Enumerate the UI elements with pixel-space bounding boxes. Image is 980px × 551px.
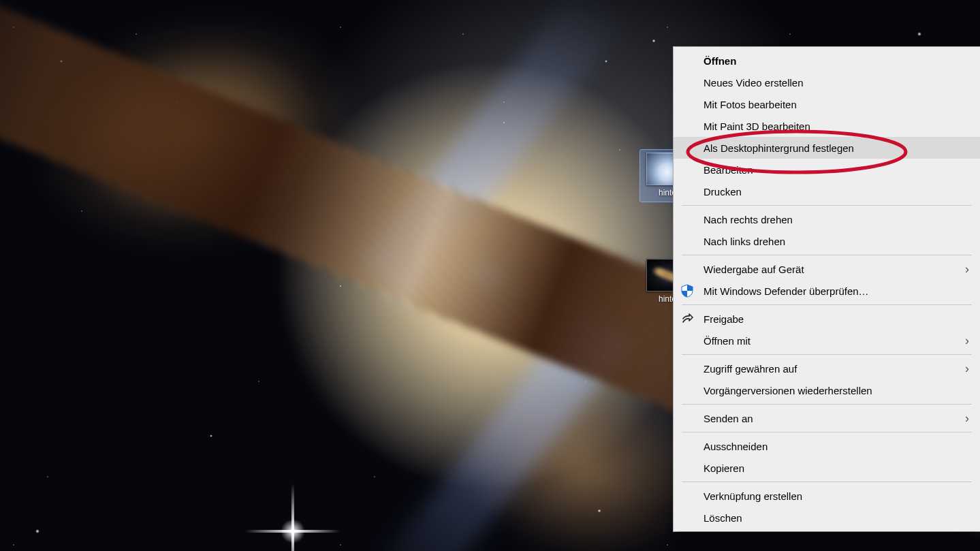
ctx-open[interactable]: Öffnen bbox=[674, 50, 980, 72]
chevron-right-icon: › bbox=[965, 334, 969, 348]
chevron-right-icon: › bbox=[965, 262, 969, 277]
ctx-label: Verknüpfung erstellen bbox=[704, 490, 969, 502]
ctx-print[interactable]: Drucken bbox=[674, 180, 980, 202]
ctx-label: Bearbeiten bbox=[704, 164, 969, 176]
ctx-label: Ausschneiden bbox=[704, 441, 969, 452]
ctx-label: Nach rechts drehen bbox=[704, 214, 969, 225]
ctx-label: Mit Paint 3D bearbeiten bbox=[704, 121, 969, 132]
ctx-label: Vorgängerversionen wiederherstellen bbox=[704, 385, 969, 396]
ctx-label: Zugriff gewähren auf bbox=[704, 363, 965, 375]
defender-shield-icon bbox=[680, 284, 694, 298]
ctx-delete[interactable]: Löschen bbox=[674, 507, 980, 529]
ctx-share[interactable]: Freigabe bbox=[674, 308, 980, 330]
chevron-right-icon: › bbox=[965, 362, 969, 376]
ctx-defender-scan[interactable]: Mit Windows Defender überprüfen… bbox=[674, 280, 980, 302]
ctx-label: Senden an bbox=[704, 413, 965, 424]
ctx-set-wallpaper[interactable]: Als Desktophintergrund festlegen bbox=[674, 137, 980, 159]
ctx-cast-to-device[interactable]: Wiedergabe auf Gerät › bbox=[674, 258, 980, 280]
share-icon bbox=[680, 312, 694, 326]
ctx-label: Mit Windows Defender überprüfen… bbox=[704, 285, 969, 297]
ctx-label: Nach links drehen bbox=[704, 236, 969, 247]
ctx-separator bbox=[682, 482, 972, 482]
ctx-separator bbox=[682, 354, 972, 355]
chevron-right-icon: › bbox=[965, 411, 969, 426]
ctx-label: Öffnen mit bbox=[704, 335, 965, 347]
ctx-separator bbox=[682, 404, 972, 405]
ctx-cut[interactable]: Ausschneiden bbox=[674, 435, 980, 457]
ctx-label: Freigabe bbox=[704, 313, 969, 325]
ctx-separator bbox=[682, 255, 972, 255]
ctx-label: Mit Fotos bearbeiten bbox=[704, 99, 969, 110]
ctx-open-with[interactable]: Öffnen mit › bbox=[674, 330, 980, 351]
ctx-separator bbox=[682, 432, 972, 432]
ctx-label: Löschen bbox=[704, 512, 969, 524]
ctx-copy[interactable]: Kopieren bbox=[674, 457, 980, 479]
ctx-new-video[interactable]: Neues Video erstellen bbox=[674, 72, 980, 93]
ctx-paint3d[interactable]: Mit Paint 3D bearbeiten bbox=[674, 115, 980, 137]
ctx-label: Kopieren bbox=[704, 462, 969, 474]
ctx-label: Als Desktophintergrund festlegen bbox=[704, 142, 969, 154]
ctx-rotate-left[interactable]: Nach links drehen bbox=[674, 230, 980, 252]
ctx-edit-photos[interactable]: Mit Fotos bearbeiten bbox=[674, 93, 980, 115]
ctx-separator bbox=[682, 205, 972, 206]
ctx-give-access[interactable]: Zugriff gewähren auf › bbox=[674, 358, 980, 379]
ctx-label: Neues Video erstellen bbox=[704, 77, 969, 89]
ctx-rotate-right[interactable]: Nach rechts drehen bbox=[674, 208, 980, 230]
ctx-label: Öffnen bbox=[704, 55, 969, 67]
ctx-edit[interactable]: Bearbeiten bbox=[674, 159, 980, 180]
context-menu: Öffnen Neues Video erstellen Mit Fotos b… bbox=[674, 47, 980, 531]
ctx-label: Drucken bbox=[704, 186, 969, 198]
ctx-create-shortcut[interactable]: Verknüpfung erstellen bbox=[674, 485, 980, 507]
ctx-previous-versions[interactable]: Vorgängerversionen wiederherstellen bbox=[674, 379, 980, 401]
ctx-separator bbox=[682, 304, 972, 305]
ctx-send-to[interactable]: Senden an › bbox=[674, 407, 980, 429]
ctx-label: Wiedergabe auf Gerät bbox=[704, 264, 965, 275]
